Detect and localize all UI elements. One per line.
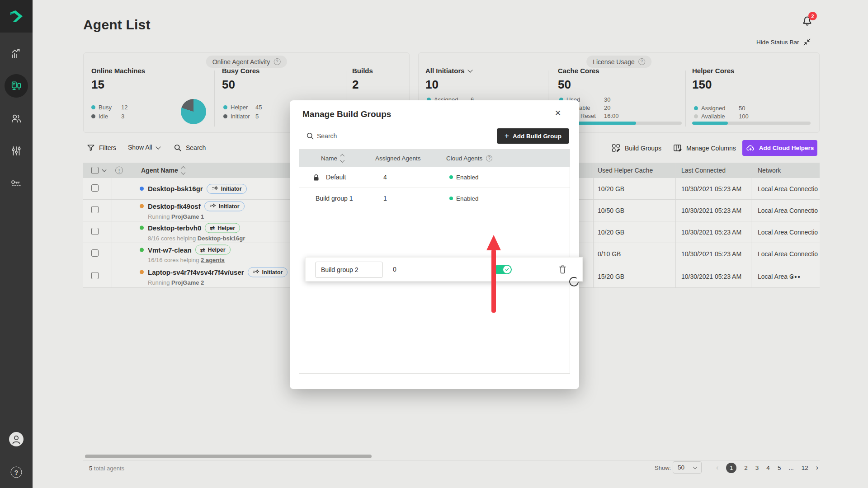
cache-cell: 15/20 GB bbox=[598, 273, 624, 280]
swap-arrows-icon: ⇄ bbox=[210, 225, 215, 231]
helper-dot bbox=[223, 105, 227, 109]
build-groups-button[interactable]: Build Groups bbox=[611, 143, 661, 153]
online-machines-pie bbox=[181, 99, 206, 124]
build-group-row-editing[interactable]: 0 bbox=[305, 257, 583, 282]
network-cell: Local Area Connection bbox=[758, 185, 818, 192]
group-name: Build group 1 bbox=[316, 195, 353, 202]
page-size-value: 50 bbox=[678, 464, 684, 471]
activity-tab-label: Online Agent Activity bbox=[212, 58, 270, 66]
sidebar-item-settings[interactable] bbox=[10, 145, 22, 157]
build-groups-header: Name Assigned Agents Cloud Agents bbox=[299, 150, 570, 167]
sidebar-item-license[interactable] bbox=[10, 178, 23, 189]
page-size-select[interactable]: 50 bbox=[673, 461, 702, 474]
prev-page-button[interactable] bbox=[716, 464, 718, 472]
network-cell: Local Area Connection bbox=[758, 250, 818, 258]
page-button[interactable]: 5 bbox=[778, 465, 781, 471]
all-initiators-dropdown[interactable]: All Initiators bbox=[425, 67, 472, 75]
enabled-dot bbox=[449, 197, 453, 200]
agent-cell: Vmt-w7-clean ⇄ Helper 16/16 cores helpin… bbox=[140, 245, 231, 263]
row-checkbox[interactable] bbox=[91, 228, 99, 237]
search-button[interactable]: Search bbox=[174, 144, 206, 152]
sidebar-item-help[interactable] bbox=[11, 467, 22, 478]
manage-columns-label: Manage Columns bbox=[686, 145, 736, 152]
row-checkbox[interactable] bbox=[91, 249, 99, 258]
filters-button[interactable]: Filters bbox=[87, 144, 116, 152]
sidebar-item-profile[interactable] bbox=[9, 432, 24, 447]
users-icon bbox=[10, 113, 22, 124]
sidebar-item-dashboard[interactable] bbox=[10, 47, 22, 59]
initiator-badge: Initiator bbox=[248, 267, 288, 277]
cloud-plus-icon bbox=[746, 144, 755, 153]
page-button[interactable]: 12 bbox=[802, 465, 808, 471]
all-initiators-label: All Initiators bbox=[425, 67, 465, 75]
used-value: 30 bbox=[604, 96, 610, 103]
busy-label: Busy bbox=[99, 104, 112, 111]
activity-card-tab: Online Agent Activity bbox=[206, 56, 287, 68]
manage-columns-button[interactable]: Manage Columns bbox=[673, 143, 736, 153]
annotation-arrow-head bbox=[486, 235, 501, 250]
card-divider bbox=[214, 70, 215, 127]
hide-status-bar-label: Hide Status Bar bbox=[756, 39, 799, 46]
help-tooltip-icon[interactable] bbox=[638, 58, 645, 65]
connected-cell: 10/30/2021 05:23 AM bbox=[681, 229, 741, 236]
add-build-group-label: Add Build Group bbox=[513, 133, 561, 140]
cache-cell: 0/10 GB bbox=[598, 250, 621, 258]
page-button[interactable]: 2 bbox=[744, 465, 748, 471]
cloud-agents-toggle-on[interactable] bbox=[494, 265, 512, 274]
row-checkbox[interactable] bbox=[91, 206, 99, 215]
agent-name-column-header[interactable]: Agent Name bbox=[141, 167, 184, 174]
agent-name: Laptop-sv4r7f4vsv4r7f4v/user bbox=[148, 268, 244, 276]
initiator-icon bbox=[209, 203, 216, 209]
sidebar-item-agents-active[interactable] bbox=[5, 74, 28, 98]
close-icon[interactable] bbox=[555, 108, 561, 118]
initiator-badge: Initiator bbox=[207, 184, 247, 194]
hc-available-dot bbox=[694, 114, 698, 118]
group-name-input[interactable] bbox=[315, 262, 383, 278]
status-dot bbox=[140, 226, 144, 230]
page-button[interactable]: 3 bbox=[755, 465, 759, 471]
agents-link[interactable]: 2 agents bbox=[201, 257, 225, 263]
build-group-row[interactable]: Default 4 Enabled bbox=[299, 167, 570, 188]
network-header: Network bbox=[758, 167, 781, 174]
add-cloud-helpers-button[interactable]: Add Cloud Helpers bbox=[742, 140, 817, 156]
page-button[interactable]: 4 bbox=[766, 465, 770, 471]
page-button-active[interactable]: 1 bbox=[726, 463, 736, 473]
agent-subtext: 8/16 cores helping Desktop-bsk16gr bbox=[140, 235, 245, 241]
checkbox-icon bbox=[91, 184, 99, 192]
notifications-button[interactable]: 2 bbox=[801, 14, 816, 30]
horizontal-scrollbar[interactable] bbox=[85, 455, 372, 458]
brand-logo-icon bbox=[9, 9, 24, 23]
cloud-status: Enabled bbox=[456, 174, 479, 181]
chevron-down-icon bbox=[102, 168, 107, 172]
page-ellipsis: ... bbox=[788, 465, 793, 471]
initiator-dot bbox=[223, 114, 227, 118]
sidebar-item-users[interactable] bbox=[10, 113, 22, 124]
agents-icon bbox=[10, 80, 22, 92]
badge-label: Helper bbox=[208, 247, 226, 253]
delete-group-button[interactable] bbox=[558, 264, 567, 274]
initiator-icon bbox=[212, 186, 218, 192]
help-tooltip-icon[interactable] bbox=[486, 155, 492, 161]
alert-column-header bbox=[115, 167, 123, 174]
agent-cell: Desktop-terbvh0 ⇄ Helper 8/16 cores help… bbox=[140, 223, 245, 241]
help-tooltip-icon[interactable] bbox=[274, 58, 280, 65]
row-checkbox[interactable] bbox=[91, 272, 99, 281]
build-group-row[interactable]: Build group 1 1 Enabled bbox=[299, 188, 570, 209]
app-logo[interactable] bbox=[0, 0, 33, 33]
badge-label: Initiator bbox=[221, 186, 242, 192]
show-all-dropdown[interactable]: Show All bbox=[128, 144, 160, 151]
agent-name: Desktop-fk49osf bbox=[148, 202, 201, 210]
add-build-group-button[interactable]: Add Build Group bbox=[497, 128, 569, 144]
select-all-checkbox[interactable] bbox=[91, 167, 106, 174]
hide-status-bar-button[interactable]: Hide Status Bar bbox=[756, 38, 811, 46]
row-checkbox[interactable] bbox=[91, 184, 99, 193]
connected-cell: 10/30/2021 05:23 AM bbox=[681, 250, 741, 258]
next-page-button[interactable] bbox=[816, 464, 818, 472]
modal-search-input[interactable] bbox=[317, 129, 416, 143]
hc-assigned-label: Assigned bbox=[701, 105, 725, 112]
name-column-header[interactable]: Name bbox=[321, 155, 344, 162]
show-label: Show: bbox=[655, 465, 671, 471]
license-tab-label: License Usage bbox=[593, 58, 635, 66]
more-options-button[interactable] bbox=[791, 272, 801, 280]
filters-label: Filters bbox=[99, 144, 116, 151]
